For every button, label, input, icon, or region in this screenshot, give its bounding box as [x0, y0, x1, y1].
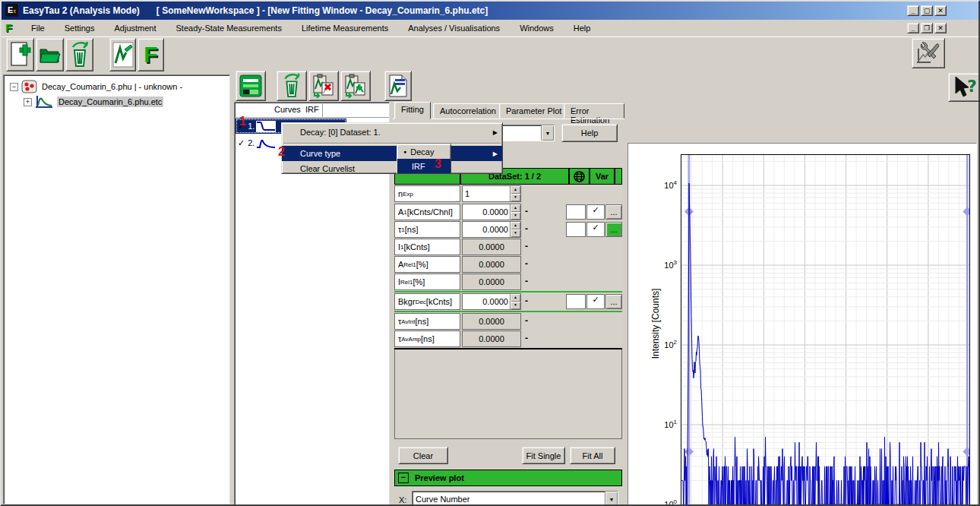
title-bar: Eτ EasyTau 2 (Analysis Mode) [ SomeNewWo…: [2, 2, 978, 20]
a1-spinner[interactable]: ▲▼: [510, 204, 520, 220]
menu-adjustment[interactable]: Adjustment: [104, 21, 166, 35]
tab-parameter-plot[interactable]: Parameter Plot: [499, 103, 568, 119]
trash-arrow-icon: [280, 73, 303, 99]
context-menu-clear-curvelist-item[interactable]: Clear Curvelist: [282, 161, 502, 176]
tau1-var-check[interactable]: ✓: [586, 222, 605, 237]
check-icon: ✓: [592, 205, 599, 214]
add-curve-button[interactable]: [340, 71, 371, 101]
a1-var-check[interactable]: ✓: [586, 204, 605, 220]
spinner-down-icon[interactable]: ▼: [511, 194, 520, 201]
tab-fitting[interactable]: Fitting: [394, 102, 431, 119]
remove-curve-button[interactable]: [308, 71, 339, 101]
param-input-tau1[interactable]: ▲▼: [462, 221, 521, 238]
submenu-decay-item[interactable]: ● Decay: [397, 144, 450, 159]
tau1-more-button-active[interactable]: ...: [605, 222, 622, 237]
fitting-window-button[interactable]: [109, 38, 136, 71]
plot-y-axis-title: Intensity [Counts]: [650, 263, 661, 384]
spinner-down-icon[interactable]: ▼: [511, 229, 520, 237]
bkgr-more-button[interactable]: ...: [605, 294, 622, 309]
preview-x-combobox[interactable]: Curve Number ▼: [412, 491, 618, 506]
plot-settings-button[interactable]: [912, 38, 945, 68]
close-button[interactable]: ✕: [934, 5, 947, 16]
model-combo-arrow-icon[interactable]: ▼: [541, 125, 554, 141]
spinner-down-icon[interactable]: ▼: [511, 212, 520, 220]
new-workspace-button[interactable]: [6, 38, 34, 71]
main-toolbar: F: [2, 36, 978, 73]
tree-expand-box[interactable]: +: [24, 98, 32, 106]
collapse-button[interactable]: −: [398, 473, 409, 483]
clear-curvelist-item-label: Clear Curvelist: [300, 164, 355, 173]
a1-more-button[interactable]: ...: [605, 204, 622, 220]
menu-file[interactable]: File: [21, 21, 55, 35]
tree-child-node[interactable]: + Decay_Coumarin_6.phu.etc: [24, 95, 163, 109]
tab-error-estimation[interactable]: Error Estimation: [564, 103, 624, 119]
help-button[interactable]: Help: [561, 124, 618, 142]
nexp-input[interactable]: ▲▼: [462, 185, 521, 202]
tree-root-node[interactable]: − Decay_Coumarin_6.phu | - unknown -: [10, 80, 182, 93]
preview-x-label: X:: [399, 495, 406, 504]
fit-all-button[interactable]: Fit All: [570, 447, 615, 464]
fit-all-label: Fit All: [583, 451, 603, 460]
menu-lifetime[interactable]: Lifetime Measurements: [292, 21, 398, 35]
menu-settings[interactable]: Settings: [55, 21, 105, 35]
maximize-button[interactable]: ▢: [921, 5, 933, 16]
child-restore-button[interactable]: ❐: [921, 23, 933, 33]
radio-selected-icon: ●: [403, 149, 406, 154]
child-minimize-button[interactable]: _: [907, 23, 919, 33]
submenu-irf-item[interactable]: IRF: [397, 159, 450, 173]
open-workspace-button[interactable]: [36, 38, 64, 71]
spinner-up-icon[interactable]: ▲: [511, 222, 520, 229]
param-input-a1[interactable]: ▲▼: [462, 204, 521, 220]
analysis-mode-button[interactable]: F: [138, 38, 164, 71]
curve-check-2[interactable]: ✓: [238, 138, 245, 148]
spinner-up-icon[interactable]: ▲: [511, 186, 520, 194]
bkgr-fix-cell[interactable]: [566, 294, 586, 309]
child-close-button[interactable]: ✕: [934, 23, 947, 33]
a1-fix-cell[interactable]: [566, 204, 586, 220]
arel1-base: A: [398, 260, 403, 269]
context-menu-dataset-item[interactable]: Decay: [0] Dataset: 1. ▶: [282, 123, 502, 141]
bkgr-value-field[interactable]: [463, 294, 510, 309]
tree-collapse-box[interactable]: −: [10, 83, 18, 91]
tau1-value-field[interactable]: [463, 222, 510, 237]
context-menu-curve-type-item[interactable]: Curve type ▶: [282, 146, 502, 161]
tab-autocorrelation[interactable]: Autocorrelation: [433, 103, 503, 119]
spinner-up-icon[interactable]: ▲: [511, 294, 520, 302]
tree-child-label[interactable]: Decay_Coumarin_6.phu.etc: [57, 96, 163, 107]
spinner-up-icon[interactable]: ▲: [511, 204, 520, 212]
menu-steady-state[interactable]: Steady-State Measurements: [166, 21, 292, 35]
curve-legend-button[interactable]: [236, 71, 266, 101]
menu-analyses[interactable]: Analyses / Visualisations: [398, 21, 510, 35]
preview-x-combo-arrow-icon[interactable]: ▼: [605, 492, 618, 506]
a1-value-field[interactable]: [463, 204, 510, 220]
nexp-value-field[interactable]: [463, 186, 510, 201]
global-header-cell[interactable]: [569, 168, 590, 185]
delete-workspace-button[interactable]: [65, 38, 93, 71]
param-label-i1: I1[kCnts]: [394, 239, 460, 255]
irf-item-label: IRF: [412, 162, 425, 171]
decay-curve-icon: [35, 95, 53, 109]
tree-root-label[interactable]: Decay_Coumarin_6.phu | - unknown -: [42, 82, 182, 91]
menu-help[interactable]: Help: [564, 21, 601, 35]
nexp-spinner[interactable]: ▲▼: [510, 186, 520, 201]
bkgr-var-check[interactable]: ✓: [586, 294, 605, 309]
fit-single-label: Fit Single: [526, 451, 561, 460]
bkgr-spinner[interactable]: ▲▼: [510, 294, 520, 309]
spinner-down-icon[interactable]: ▼: [511, 302, 520, 309]
tab-strip: Fitting Autocorrelation Parameter Plot E…: [393, 103, 624, 119]
curve-report-button[interactable]: [384, 71, 412, 101]
param-input-bkgr[interactable]: ▲▼: [462, 293, 521, 310]
tau1-spinner[interactable]: ▲▼: [510, 222, 520, 237]
tau1-fix-cell[interactable]: [566, 222, 586, 237]
clear-curves-button[interactable]: [277, 71, 307, 101]
bkgr-error-value: -: [525, 296, 528, 306]
var-header-cell: Var: [590, 168, 615, 185]
context-help-button[interactable]: ?: [948, 73, 980, 102]
fit-single-button[interactable]: Fit Single: [522, 447, 565, 464]
i1-value: 0.0000: [479, 242, 504, 251]
clear-button[interactable]: Clear: [398, 447, 448, 464]
bkgr-unit: [kCnts]: [426, 297, 452, 306]
plot-area[interactable]: [681, 154, 970, 506]
menu-windows[interactable]: Windows: [510, 21, 564, 35]
minimize-button[interactable]: _: [907, 5, 919, 16]
